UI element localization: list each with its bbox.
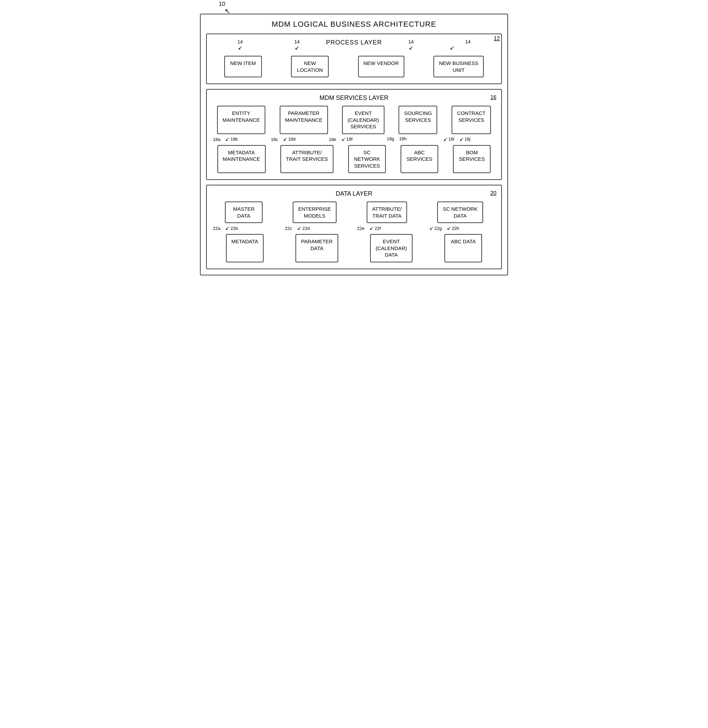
ref-12: 12 — [494, 36, 500, 42]
ref-10: 10 — [219, 1, 225, 7]
ref-18d: 18d — [288, 136, 296, 142]
ref-22d: 22d — [302, 226, 310, 231]
diagram-title: MDM LOGICAL BUSINESS ARCHITECTURE — [206, 20, 502, 29]
parameter-maintenance-box: PARAMETERMAINTENANCE — [280, 106, 328, 134]
ref-18j: 18j — [464, 136, 470, 142]
ref-16: 16 — [490, 94, 496, 101]
ref-20: 20 — [490, 190, 496, 196]
services-layer-title: MDM SERVICES LAYER — [319, 94, 388, 101]
attribute-trait-data-box: ATTRIBUTE/TRAIT DATA — [367, 201, 407, 223]
new-business-unit-box: NEW BUSINESSUNIT — [434, 56, 484, 77]
bom-services-box: BOMSERVICES — [453, 145, 490, 174]
ref-18b: 18b — [231, 136, 238, 142]
ref-18a: 18a — [213, 137, 221, 142]
ref-22g: 22g — [434, 226, 442, 231]
event-calendar-data-box: EVENT(CALENDAR)DATA — [370, 234, 412, 262]
new-vendor-box: NEW VENDOR — [358, 56, 404, 77]
abc-data-box: ABC DATA — [444, 234, 482, 262]
ref-22e: 22e — [357, 226, 365, 231]
ref-14a: 14 — [237, 39, 243, 45]
ref-22c: 22c — [285, 226, 292, 231]
ref-22a: 22a — [213, 226, 221, 231]
new-item-box: NEW ITEM — [224, 56, 262, 77]
contract-services-box: CONTRACTSERVICES — [451, 106, 491, 134]
metadata-box: METADATA — [226, 234, 264, 262]
sourcing-services-box: SOURCINGSERVICES — [399, 106, 437, 134]
event-calendar-services-box: EVENT(CALENDAR)SERVICES — [342, 106, 384, 134]
services-layer: MDM SERVICES LAYER 16 ENTITYMAINTENANCE … — [206, 89, 502, 180]
outer-box: MDM LOGICAL BUSINESS ARCHITECTURE 14 ↙ 1… — [200, 14, 508, 275]
metadata-maintenance-box: METADATAMAINTENANCE — [218, 145, 266, 174]
parameter-data-box: PARAMETERDATA — [296, 234, 338, 262]
ref-18c: 18c — [271, 137, 278, 142]
ref-18f: 18f — [347, 136, 353, 142]
new-location-box: NEWLOCATION — [291, 56, 329, 77]
entity-maintenance-box: ENTITYMAINTENANCE — [217, 106, 266, 134]
process-layer: 14 ↙ 14 ↙ PROCESS LAYER 14 ↙ 14 ↙ — [206, 33, 502, 84]
ref-18h: 18h — [399, 136, 407, 141]
ref-22b: 22b — [231, 226, 238, 231]
sc-network-services-box: SCNETWORKSERVICES — [348, 145, 386, 174]
ref-14c: 14 — [408, 39, 414, 45]
ref-18i: 18i — [448, 136, 454, 142]
abc-services-box: ABCSERVICES — [400, 145, 438, 174]
ref-22h: 22h — [452, 226, 460, 231]
master-data-box: MASTERDATA — [225, 201, 263, 223]
ref-18e: 18e — [329, 137, 336, 142]
ref-14d: 14 — [465, 39, 471, 45]
enterprise-models-box: ENTERPRISEMODELS — [293, 201, 337, 223]
data-layer-title: DATA LAYER — [335, 190, 372, 197]
attribute-trait-services-box: ATTRIBUTE/TRAIT SERVICES — [280, 145, 334, 174]
ref-18g: 18g — [387, 136, 395, 141]
data-layer: DATA LAYER 20 MASTERDATA ENTERPRISEMODEL… — [206, 185, 502, 269]
sc-network-data-box: SC NETWORKDATA — [437, 201, 483, 223]
ref-14b: 14 — [295, 39, 300, 45]
process-layer-title: PROCESS LAYER — [326, 39, 382, 46]
page-wrapper: 10 ↙ MDM LOGICAL BUSINESS ARCHITECTURE 1… — [200, 14, 508, 275]
ref-22f: 22f — [374, 226, 381, 231]
